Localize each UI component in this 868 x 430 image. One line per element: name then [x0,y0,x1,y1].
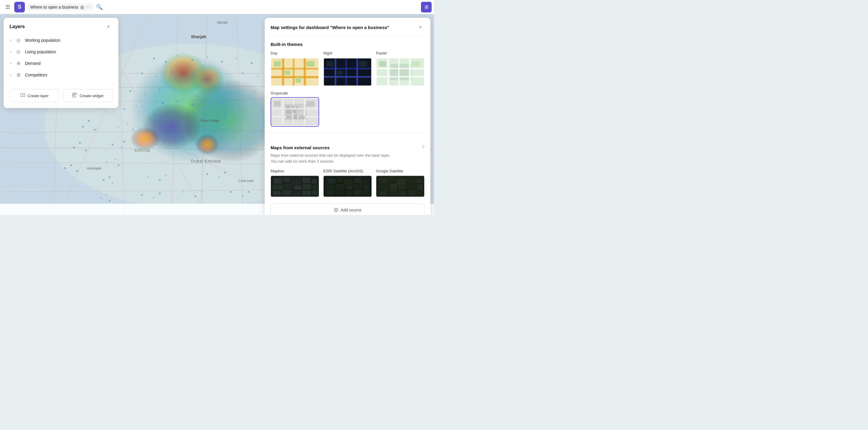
add-source-button[interactable]: Add source [271,204,425,215]
svg-rect-224 [390,184,397,190]
theme-pastel-preview [376,57,425,87]
theme-pastel[interactable]: Pastel [376,51,425,87]
layers-panel-header: Layers × [4,18,118,34]
create-widget-button[interactable]: Create widget [63,89,113,102]
svg-rect-135 [75,93,77,95]
svg-point-19 [160,53,207,94]
svg-rect-218 [379,178,388,184]
layers-close-button[interactable]: × [104,23,113,31]
svg-rect-173 [271,108,318,109]
svg-point-65 [106,162,107,163]
svg-rect-165 [377,76,424,78]
svg-point-66 [118,164,119,166]
svg-point-110 [204,117,205,119]
svg-rect-156 [327,61,333,66]
svg-rect-223 [378,185,389,190]
help-icon[interactable]: ? [422,145,425,150]
svg-point-25 [195,134,219,155]
topbar: ☰ S Where to open a business ▦ ⋯ 🔍 ⊞ [0,0,434,14]
settings-close-button[interactable]: × [416,23,425,31]
drag-handle-icon: ≡ [9,72,12,77]
create-layer-button[interactable]: Create layer [9,89,59,102]
ext-source-esri[interactable]: ESRI Satellite (ArcGIS) [323,169,372,197]
svg-rect-142 [293,58,294,85]
svg-point-37 [171,71,173,73]
svg-rect-231 [408,190,416,195]
svg-rect-186 [274,178,282,184]
built-in-themes-section: Built-in themes Day [265,36,430,127]
search-button[interactable]: 🔍 [94,2,105,12]
svg-point-33 [251,62,252,64]
svg-rect-202 [328,179,335,184]
svg-rect-155 [324,76,371,78]
app-switcher-button[interactable]: ⊞ [421,2,432,12]
map-label-dubai-emirate: Dubai Emirate [191,159,221,163]
ext-sources-header: Maps from external sources ? [271,145,425,150]
ext-source-mapbox-preview [271,175,319,197]
svg-line-10 [237,14,243,215]
svg-rect-205 [354,178,362,183]
svg-rect-181 [293,110,297,113]
svg-rect-194 [302,184,311,190]
svg-rect-157 [338,70,343,74]
more-options-icon[interactable]: ⋯ [86,5,90,9]
app-switcher-icon: ⊞ [425,4,428,10]
svg-point-125 [64,167,66,169]
theme-night[interactable]: Night [323,51,372,87]
svg-rect-192 [284,184,293,189]
add-source-icon [334,208,338,212]
svg-point-42 [145,94,146,95]
svg-point-30 [207,57,208,58]
svg-rect-183 [293,115,297,119]
svg-rect-212 [327,191,334,194]
svg-rect-222 [416,179,423,183]
theme-day[interactable]: Day [271,51,319,87]
svg-rect-180 [286,110,291,114]
layer-item-competitors[interactable]: ≡ ⊞ Competitors [4,69,118,81]
svg-point-48 [138,111,140,113]
ext-source-esri-preview [323,175,372,197]
drag-handle-icon: ≡ [9,38,12,43]
theme-pastel-label: Pastel [376,51,425,55]
create-widget-label: Create widget [80,94,103,98]
svg-rect-172 [304,98,305,125]
svg-point-36 [156,76,157,77]
svg-point-103 [191,103,194,106]
svg-point-97 [248,191,250,193]
layer-item-living-population[interactable]: ≡ ◎ Living population [4,46,118,57]
theme-grayscale[interactable]: Grayscale [271,91,319,127]
svg-rect-176 [306,101,314,106]
svg-rect-188 [291,179,301,184]
svg-point-31 [221,61,223,62]
svg-point-21 [130,56,249,162]
svg-point-26 [153,58,155,60]
svg-point-44 [254,91,255,92]
svg-point-108 [168,117,169,119]
layer-item-working-population[interactable]: ≡ ◎ Working population [4,34,118,46]
app-logo: S [14,2,25,12]
svg-point-49 [135,105,137,106]
layer-type-icon: ⊕ [16,60,21,66]
svg-rect-208 [337,184,344,190]
svg-rect-143 [304,58,306,85]
ext-sources-title: Maps from external sources [271,145,330,150]
svg-rect-191 [272,184,283,189]
menu-button[interactable]: ☰ [2,2,13,12]
svg-point-75 [159,179,161,181]
svg-point-22 [184,80,278,162]
ext-source-google[interactable]: Google Satellite [376,169,425,197]
ext-sources-grid: Mapbox [271,169,425,197]
svg-point-89 [141,194,143,196]
map-label-sharjah: Sharjah [191,34,206,39]
svg-rect-206 [363,180,369,184]
svg-point-126 [76,170,78,172]
create-widget-icon [72,92,77,99]
layer-item-demand[interactable]: ≡ ⊕ Demand [4,57,118,69]
ext-source-mapbox[interactable]: Mapbox [271,169,319,197]
svg-point-71 [103,179,104,181]
svg-rect-209 [346,185,352,189]
layer-name-label: Competitors [25,72,47,77]
svg-point-120 [85,150,87,151]
svg-rect-153 [356,58,358,85]
svg-rect-228 [379,191,386,195]
